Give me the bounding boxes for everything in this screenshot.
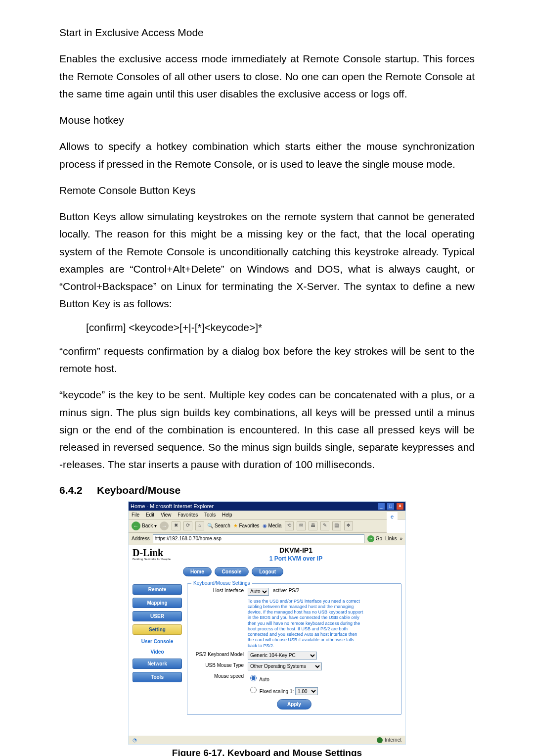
- edit-icon[interactable]: ✎: [320, 521, 329, 530]
- screenshot: Home - Microsoft Internet Explorer _ □ ×…: [128, 501, 406, 745]
- menu-favorites[interactable]: Favorites: [178, 512, 198, 518]
- para-exclusive: Enables the exclusive access mode immedi…: [59, 50, 475, 102]
- browser-toolbar: ←Back▾ → ✖ ⟳ ⌂ 🔍 Search ★ Favorites ◉ Me…: [129, 520, 387, 533]
- brand-logo: D-Link: [133, 547, 163, 558]
- para-button-keys: Button Keys allow simulating keystrokes …: [59, 208, 475, 313]
- address-label: Address: [132, 536, 150, 541]
- menu-tools[interactable]: Tools: [204, 512, 216, 518]
- window-close-icon[interactable]: ×: [397, 503, 403, 510]
- status-left-icon: ◔: [133, 737, 137, 743]
- brand-tagline: Building Networks for People: [133, 558, 171, 561]
- discuss-icon[interactable]: ▤: [332, 521, 341, 530]
- sidebar-item-network[interactable]: Network: [133, 659, 182, 669]
- home-icon[interactable]: ⌂: [195, 521, 204, 530]
- product-subtitle: 1 Port KVM over IP: [190, 555, 401, 562]
- host-interface-active: active: PS/2: [273, 588, 299, 593]
- mail-icon[interactable]: ✉: [297, 521, 306, 530]
- heading-exclusive: Start in Exclusive Access Mode: [59, 24, 475, 41]
- menu-file[interactable]: File: [132, 512, 139, 518]
- forward-button[interactable]: →: [160, 521, 169, 530]
- misc-icon[interactable]: ❖: [344, 521, 353, 530]
- mouse-speed-fixed-radio[interactable]: [250, 687, 257, 693]
- heading-mouse-hotkey: Mouse hotkey: [59, 111, 475, 129]
- usb-mouse-select[interactable]: Other Operating Systems: [248, 662, 322, 670]
- tab-console[interactable]: Console: [215, 567, 249, 576]
- sidebar-item-video[interactable]: Video: [133, 648, 182, 656]
- browser-menubar: e File Edit View Favorites Tools Help: [129, 511, 405, 520]
- mouse-speed-label: Mouse speed: [192, 673, 244, 679]
- sidebar-item-setting[interactable]: Setting: [133, 624, 182, 635]
- sidebar-item-user[interactable]: USER: [133, 611, 182, 621]
- syntax-line: [confirm] <keycode>[+|-[*]<keycode>]*: [86, 322, 475, 333]
- media-button[interactable]: ◉ Media: [263, 523, 282, 528]
- status-zone: Internet: [385, 737, 401, 743]
- internet-zone-icon: [377, 737, 383, 743]
- mouse-speed-auto-radio[interactable]: [250, 675, 257, 681]
- sidebar-item-mapping[interactable]: Mapping: [133, 598, 182, 608]
- para-keycode: “keycode” is the key to be sent. Multipl…: [59, 386, 475, 473]
- sidebar-item-remote[interactable]: Remote: [133, 584, 182, 595]
- host-interface-select[interactable]: Auto: [248, 588, 269, 596]
- figure-caption: Figure 6-17. Keyboard and Mouse Settings: [59, 748, 475, 756]
- browser-titlebar: Home - Microsoft Internet Explorer _ □ ×: [129, 502, 405, 511]
- ps2-model-select[interactable]: Generic 104-Key PC: [248, 652, 317, 660]
- address-input[interactable]: [153, 534, 364, 543]
- links-label[interactable]: Links: [385, 536, 397, 541]
- favorites-button[interactable]: ★ Favorites: [233, 523, 260, 528]
- search-button[interactable]: 🔍 Search: [207, 523, 230, 528]
- section-title: Keyboard/Mouse: [97, 484, 180, 496]
- heading-button-keys: Remote Console Button Keys: [59, 182, 475, 199]
- mouse-speed-auto-label: Auto: [259, 677, 269, 682]
- refresh-icon[interactable]: ⟳: [183, 521, 192, 530]
- browser-statusbar: ◔ Internet: [129, 736, 405, 744]
- host-interface-note: To use the USB and/or PS/2 interface you…: [248, 599, 364, 649]
- sidebar: Remote Mapping USER Setting User Console…: [133, 583, 182, 732]
- product-name: DKVM-IP1: [190, 546, 401, 554]
- titlebar-text: Home - Microsoft Internet Explorer: [131, 503, 214, 509]
- menu-view[interactable]: View: [161, 512, 172, 518]
- top-tabs: Home Console Logout: [129, 565, 405, 580]
- menu-edit[interactable]: Edit: [146, 512, 154, 518]
- ps2-model-label: PS/2 Keyboard Model: [192, 652, 244, 657]
- fieldset-legend: Keyboard/Mouse Settings: [191, 580, 252, 586]
- go-button[interactable]: →Go: [367, 535, 382, 542]
- menu-help[interactable]: Help: [222, 512, 232, 518]
- usb-mouse-label: USB Mouse Type: [192, 662, 244, 668]
- window-maximize-icon[interactable]: □: [387, 503, 394, 510]
- apply-button[interactable]: Apply: [277, 699, 312, 709]
- mouse-speed-fixed-select[interactable]: 1.00: [295, 687, 318, 695]
- history-icon[interactable]: ⟲: [285, 521, 294, 530]
- stop-icon[interactable]: ✖: [172, 521, 180, 530]
- tab-home[interactable]: Home: [183, 567, 212, 576]
- sidebar-item-tools[interactable]: Tools: [133, 672, 182, 682]
- sidebar-item-user-console[interactable]: User Console: [133, 638, 182, 645]
- ie-logo-icon: e: [387, 512, 398, 521]
- para-mouse-hotkey: Allows to specify a hotkey combination w…: [59, 138, 475, 173]
- host-interface-label: Host Interface: [192, 588, 244, 593]
- para-confirm: “confirm” requests confirmation by a dia…: [59, 342, 475, 378]
- links-chevron-icon[interactable]: »: [400, 536, 402, 541]
- section-number: 6.4.2: [59, 484, 87, 496]
- settings-fieldset: Keyboard/Mouse Settings Host Interface A…: [187, 583, 401, 715]
- tab-logout[interactable]: Logout: [252, 567, 283, 576]
- window-minimize-icon[interactable]: _: [378, 503, 385, 510]
- mouse-speed-fixed-label: Fixed scaling 1:: [260, 689, 294, 694]
- back-button[interactable]: ←Back▾: [132, 521, 157, 530]
- print-icon[interactable]: 🖶: [309, 521, 317, 530]
- address-bar: Address →Go Links »: [129, 533, 405, 545]
